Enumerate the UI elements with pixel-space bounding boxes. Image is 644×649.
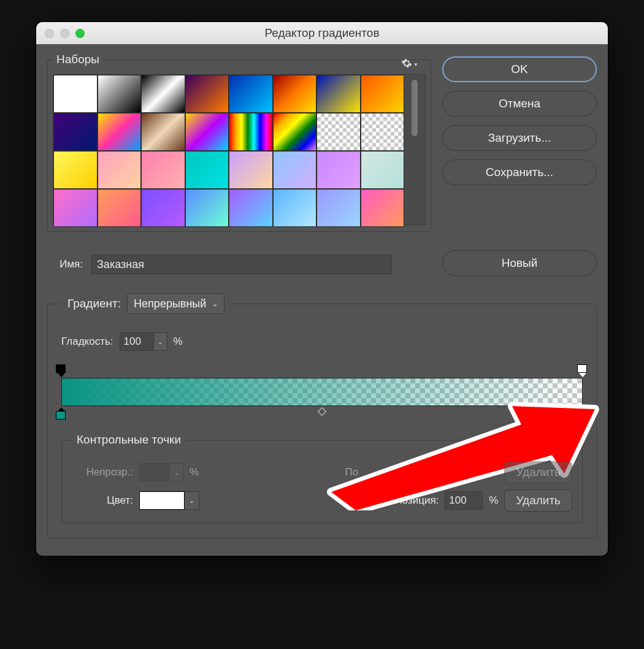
- window-title: Редактор градиентов: [36, 26, 608, 40]
- gradient-legend: Градиент: Непрерывный ⌄: [61, 293, 231, 314]
- preset-swatch[interactable]: [141, 113, 185, 151]
- color-picker-dropdown[interactable]: ⌄: [185, 491, 199, 510]
- opacity-position-label: По: [345, 466, 358, 478]
- preset-swatch[interactable]: [98, 189, 142, 227]
- name-label: Имя:: [47, 258, 83, 271]
- opacity-stop-end[interactable]: [577, 364, 588, 375]
- cancel-button[interactable]: Отмена: [442, 91, 597, 117]
- preset-swatch[interactable]: [273, 113, 317, 151]
- opacity-value-input[interactable]: [139, 463, 170, 482]
- opacity-stop-start[interactable]: [56, 364, 67, 375]
- minimize-icon[interactable]: [60, 29, 69, 38]
- preset-swatch[interactable]: [98, 151, 142, 189]
- presets-menu-button[interactable]: ▼: [401, 58, 418, 72]
- preset-swatch[interactable]: [229, 113, 273, 151]
- opacity-stops-track[interactable]: [61, 364, 583, 378]
- new-button[interactable]: Новый: [442, 250, 597, 276]
- preset-swatch[interactable]: [98, 113, 142, 151]
- position-unit: %: [489, 494, 498, 507]
- gradient-editor: [61, 364, 583, 421]
- gradient-group: Градиент: Непрерывный ⌄ Гладкость: ⌄ %: [47, 293, 597, 539]
- preset-swatch[interactable]: [273, 189, 317, 227]
- window-traffic-lights: [36, 29, 85, 38]
- preset-swatch[interactable]: [185, 113, 229, 151]
- preset-swatch[interactable]: [316, 189, 361, 227]
- dialog-buttons: OK Отмена Загрузить... Сохранить...: [442, 53, 597, 232]
- gear-icon: [401, 58, 412, 72]
- preset-swatch[interactable]: [98, 75, 142, 113]
- preset-swatch[interactable]: [229, 151, 273, 189]
- color-label: Цвет:: [72, 494, 133, 507]
- color-stop-start[interactable]: [56, 407, 67, 418]
- gradient-type-value: Непрерывный: [134, 298, 206, 310]
- presets-group: Наборы ▼: [47, 53, 431, 232]
- opacity-stepper[interactable]: ⌄: [170, 463, 183, 482]
- gradient-type-select[interactable]: Непрерывный ⌄: [127, 293, 224, 314]
- smoothness-input[interactable]: [120, 332, 154, 351]
- color-swatch[interactable]: [139, 491, 185, 510]
- position-label: Позиция:: [394, 494, 439, 507]
- preset-swatch[interactable]: [141, 151, 185, 189]
- smoothness-label: Гладкость:: [61, 336, 113, 348]
- ok-button[interactable]: OK: [442, 56, 597, 82]
- stops-group: Контрольные точки Непрозр.: ⌄ % По Удали…: [61, 433, 583, 523]
- gradient-editor-window: Редактор градиентов Наборы ▼: [36, 22, 608, 556]
- opacity-label: Непрозр.:: [72, 466, 133, 478]
- midpoint-handle[interactable]: [318, 407, 326, 416]
- preset-swatch[interactable]: [361, 75, 405, 113]
- gradient-legend-label: Градиент:: [67, 297, 121, 310]
- preset-swatch[interactable]: [53, 75, 98, 113]
- color-stops-track[interactable]: [61, 407, 583, 421]
- preset-swatch[interactable]: [229, 75, 273, 113]
- preset-swatch[interactable]: [141, 75, 185, 113]
- name-input[interactable]: [91, 255, 392, 274]
- preset-swatch[interactable]: [185, 151, 229, 189]
- delete-opacity-stop-button[interactable]: Удалить: [504, 461, 572, 483]
- preset-swatch[interactable]: [361, 113, 405, 151]
- preset-swatch[interactable]: [273, 151, 317, 189]
- gradient-preview-bar[interactable]: [61, 378, 583, 406]
- preset-swatch[interactable]: [185, 189, 229, 227]
- preset-swatch[interactable]: [316, 75, 361, 113]
- scrollbar-thumb[interactable]: [412, 80, 418, 136]
- presets-legend: Наборы: [53, 53, 103, 66]
- stops-legend: Контрольные точки: [72, 433, 186, 447]
- preset-swatch[interactable]: [53, 113, 98, 151]
- opacity-unit: %: [190, 466, 199, 478]
- preset-swatch[interactable]: [316, 151, 361, 189]
- maximize-icon[interactable]: [75, 29, 85, 38]
- chevron-down-icon: ▼: [413, 62, 418, 67]
- load-button[interactable]: Загрузить...: [442, 125, 597, 151]
- preset-swatch[interactable]: [229, 189, 273, 227]
- preset-swatch[interactable]: [316, 113, 361, 151]
- delete-color-stop-button[interactable]: Удалить: [504, 490, 572, 512]
- preset-swatch[interactable]: [53, 189, 98, 227]
- color-stop-end[interactable]: [577, 407, 588, 418]
- preset-swatch[interactable]: [185, 75, 229, 113]
- position-input[interactable]: [445, 491, 483, 510]
- presets-scrollarea: [53, 74, 426, 225]
- smoothness-unit: %: [174, 336, 183, 348]
- chevron-down-icon: ⌄: [212, 300, 218, 308]
- preset-swatch[interactable]: [53, 151, 98, 189]
- preset-swatch[interactable]: [361, 189, 405, 227]
- preset-swatch[interactable]: [141, 189, 185, 227]
- presets-grid: [53, 75, 404, 225]
- close-icon[interactable]: [45, 29, 54, 38]
- preset-swatch[interactable]: [273, 75, 317, 113]
- presets-scrollbar[interactable]: [404, 75, 425, 225]
- smoothness-stepper[interactable]: ⌄: [154, 332, 167, 351]
- titlebar: Редактор градиентов: [36, 22, 608, 44]
- preset-swatch[interactable]: [361, 151, 405, 189]
- save-button[interactable]: Сохранить...: [442, 159, 597, 185]
